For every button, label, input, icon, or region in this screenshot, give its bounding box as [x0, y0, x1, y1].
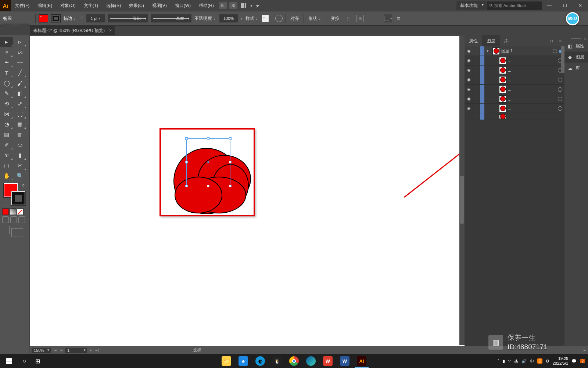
visibility-icon[interactable]: ◉ [465, 94, 473, 103]
close-button[interactable]: ✕ [573, 0, 588, 11]
shape-builder-tool[interactable]: ◔ [0, 119, 13, 130]
direct-selection-tool[interactable]: ▹ [13, 37, 26, 47]
shape-button[interactable]: 形状： [307, 15, 323, 22]
sublayer-row[interactable]: ◉... [465, 56, 564, 66]
stroke-weight-input[interactable]: 1 pt [86, 14, 105, 22]
sublayer-row[interactable]: ◉... [465, 66, 564, 75]
target-icon[interactable] [558, 78, 562, 82]
ellipse-tool[interactable]: ◯ [0, 78, 13, 88]
default-fill-stroke-icon[interactable] [4, 201, 8, 205]
sublayer-row[interactable]: ◉... [465, 85, 564, 94]
maximize-button[interactable]: ☐ [557, 0, 573, 11]
menu-edit[interactable]: 编辑(E) [33, 0, 56, 11]
selection-bounding-box[interactable] [186, 138, 230, 186]
curvature-tool[interactable]: 〰 [13, 57, 26, 68]
transform-button[interactable]: 变换 [329, 15, 341, 22]
prev-artboard-icon[interactable]: ◂ [59, 348, 64, 353]
artboard-nav-input[interactable]: 1 [65, 348, 87, 353]
panel-tab-libraries[interactable]: 库 [500, 35, 513, 46]
swap-fill-stroke-icon[interactable]: ↺ [22, 183, 25, 187]
panel-menu-icon[interactable]: ≡ [556, 38, 564, 43]
sublayer-row[interactable] [465, 113, 564, 120]
eraser-tool[interactable]: ◧ [13, 88, 26, 99]
draw-normal-icon[interactable] [2, 216, 9, 223]
visibility-icon[interactable]: ◉ [465, 104, 473, 113]
menu-file[interactable]: 文件(F) [11, 0, 33, 11]
tray-ime-icon[interactable]: 中 [530, 358, 534, 364]
rotate-tool[interactable]: ⟲ [0, 99, 13, 109]
edit-clip-icon[interactable]: ⊞ [356, 15, 364, 22]
sublayer-row[interactable]: ◉... [465, 75, 564, 85]
close-tab-icon[interactable]: × [109, 28, 112, 33]
fill-color-swatch[interactable] [39, 14, 48, 22]
arrange-documents-icon[interactable] [241, 3, 248, 8]
status-menu-icon[interactable]: ▸ [584, 348, 586, 353]
menu-help[interactable]: 帮助(H) [195, 0, 218, 11]
lock-column[interactable] [473, 46, 480, 56]
toolbar-handle[interactable] [1, 24, 29, 26]
visibility-icon[interactable]: ◉ [465, 46, 473, 56]
sublayer-name[interactable]: ... [508, 68, 556, 72]
menu-select[interactable]: 选择(S) [102, 0, 125, 11]
align-button[interactable]: 对齐 [289, 15, 301, 22]
dock-item-libraries[interactable]: ☁库 [564, 63, 588, 74]
taskbar-app-explorer[interactable]: 📁 [218, 354, 235, 368]
panel-display-button[interactable] [384, 14, 392, 22]
selection-tool[interactable]: ▸ [0, 37, 13, 47]
sublayer-name[interactable]: ... [508, 59, 556, 63]
target-icon[interactable] [558, 106, 562, 111]
column-graph-tool[interactable]: ▮ [13, 150, 26, 160]
sublayer-name[interactable]: ... [508, 97, 556, 101]
graphic-style-swatch[interactable] [262, 15, 269, 22]
tray-sogou-icon[interactable]: S [537, 358, 542, 364]
fill-stroke-control[interactable]: ↺ [4, 183, 25, 205]
taskbar-app-penguin[interactable]: 🐧 [269, 354, 286, 368]
zoom-tool[interactable]: 🔍 [13, 171, 26, 181]
opacity-input[interactable]: 100% [219, 14, 238, 22]
scale-tool[interactable]: ⤢ [13, 99, 26, 109]
start-button[interactable] [0, 354, 18, 368]
layer-name[interactable]: 图层 1 [501, 48, 551, 54]
tray-volume-icon[interactable]: 🔊 [521, 359, 527, 364]
target-icon[interactable] [558, 87, 562, 92]
task-view-icon[interactable]: ⊞ [31, 354, 44, 368]
hand-tool[interactable]: ✋ [0, 171, 13, 181]
taskbar-app-edge[interactable] [302, 354, 319, 368]
workspace-switcher[interactable]: 基本功能 [456, 1, 486, 10]
bridge-icon[interactable]: Br [219, 2, 227, 9]
draw-behind-icon[interactable] [10, 216, 17, 223]
line-tool[interactable]: ╱ [13, 68, 26, 78]
tray-notifications-icon[interactable]: 💬 [571, 359, 577, 364]
stock-icon[interactable]: St [229, 2, 237, 9]
menu-view[interactable]: 视图(V) [148, 0, 171, 11]
tray-clock[interactable]: 19:292022/5/1 [553, 356, 569, 366]
lasso-tool[interactable]: ᔕ [13, 47, 26, 57]
canvas[interactable] [29, 35, 465, 354]
visibility-icon[interactable]: ◉ [465, 66, 473, 75]
slice-tool[interactable]: ✂ [13, 160, 26, 171]
magic-wand-tool[interactable]: ✧ [0, 47, 13, 57]
next-artboard-icon[interactable]: ▸ [89, 348, 93, 353]
tray-wifi-icon[interactable]: ⌔ [508, 359, 511, 363]
recolor-icon[interactable] [275, 15, 283, 22]
sublayer-row[interactable]: ◉... [465, 94, 564, 104]
disclosure-icon[interactable]: ▾ [484, 49, 491, 53]
tray-settings-icon[interactable]: ⚙ [546, 359, 549, 364]
dock-item-properties[interactable]: ◧属性 [564, 40, 588, 52]
options-menu-icon[interactable]: ≣ [395, 16, 402, 21]
panel-tab-layers[interactable]: 图层 [482, 35, 500, 46]
visibility-icon[interactable]: ◉ [465, 85, 473, 94]
stroke-color-swatch[interactable] [51, 14, 61, 22]
dock-item-layers[interactable]: ◆图层 [564, 52, 588, 63]
stock-search-input[interactable]: 搜索 Adobe Stock [487, 1, 542, 10]
panel-scrollbar[interactable] [561, 46, 564, 73]
zoom-level[interactable]: 150% [32, 348, 51, 353]
blend-tool[interactable]: ⬭ [13, 140, 26, 150]
first-artboard-icon[interactable]: |◂ [52, 348, 58, 353]
mesh-tool[interactable]: ▤ [0, 130, 13, 140]
width-tool[interactable]: ⋈ [0, 109, 13, 119]
document-tab[interactable]: 未标题-1* @ 150% (RGB/GPU 预览) × [30, 26, 115, 35]
menu-type[interactable]: 文字(T) [80, 0, 102, 11]
perspective-tool[interactable]: ▦ [13, 119, 26, 130]
vertical-scrollbar[interactable] [459, 36, 465, 345]
